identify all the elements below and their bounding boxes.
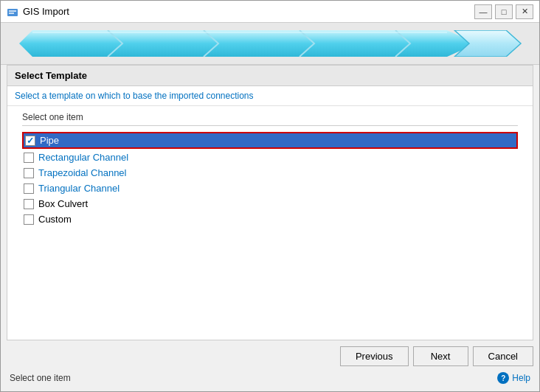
app-icon — [7, 6, 18, 18]
minimize-button[interactable]: — — [474, 4, 492, 19]
checkbox-triangular[interactable] — [24, 183, 34, 194]
content-area: Select Template Select a template on whi… — [7, 65, 533, 340]
item-label-triangular: Triangular Channel — [38, 183, 120, 194]
main-window: GIS Import — □ ✕ — [0, 0, 540, 392]
cancel-button[interactable]: Cancel — [473, 346, 533, 366]
checkbox-boxculvert[interactable] — [24, 199, 34, 209]
list-item[interactable]: Custom — [22, 212, 518, 226]
list-item[interactable]: Trapezoidal Channel — [22, 166, 518, 180]
next-button[interactable]: Next — [413, 346, 468, 366]
list-item[interactable]: Box Culvert — [22, 197, 518, 211]
bottom-area: Previous Next Cancel Select one item ? H… — [1, 340, 539, 391]
items-list: ✓ Pipe Rectangular Channel Trapezoidal C… — [7, 130, 533, 228]
maximize-button[interactable]: □ — [495, 4, 513, 19]
window-title: GIS Import — [23, 6, 474, 17]
previous-button[interactable]: Previous — [340, 346, 409, 366]
help-icon: ? — [497, 372, 509, 384]
progress-svg — [15, 30, 525, 57]
button-row: Previous Next Cancel — [7, 346, 533, 366]
checkbox-custom[interactable] — [24, 214, 34, 225]
checkbox-trapezoidal[interactable] — [24, 168, 34, 178]
list-item[interactable]: Triangular Channel — [22, 181, 518, 195]
list-item[interactable]: Rectangular Channel — [22, 150, 518, 164]
checkbox-pipe[interactable]: ✓ — [25, 136, 35, 146]
item-label-pipe: Pipe — [40, 135, 59, 146]
svg-rect-1 — [9, 10, 16, 12]
svg-rect-2 — [9, 13, 14, 14]
list-item[interactable]: ✓ Pipe — [22, 132, 518, 149]
progress-area — [1, 23, 539, 65]
help-link[interactable]: ? Help — [497, 372, 530, 384]
close-button[interactable]: ✕ — [516, 4, 533, 19]
status-text: Select one item — [10, 373, 71, 383]
progress-bar — [15, 30, 525, 57]
section-header: Select Template — [7, 66, 533, 86]
item-label-rectangular: Rectangular Channel — [38, 152, 128, 163]
status-row: Select one item ? Help — [7, 371, 533, 385]
select-label: Select one item — [7, 106, 533, 125]
checkbox-rectangular[interactable] — [24, 153, 34, 163]
title-bar: GIS Import — □ ✕ — [1, 1, 539, 23]
divider — [22, 125, 518, 126]
help-label: Help — [512, 373, 530, 383]
check-icon: ✓ — [27, 136, 34, 146]
window-controls: — □ ✕ — [474, 4, 533, 19]
section-subheader: Select a template on which to base the i… — [7, 86, 533, 106]
item-label-trapezoidal: Trapezoidal Channel — [38, 167, 126, 178]
item-label-boxculvert: Box Culvert — [38, 198, 88, 209]
item-label-custom: Custom — [38, 214, 72, 225]
